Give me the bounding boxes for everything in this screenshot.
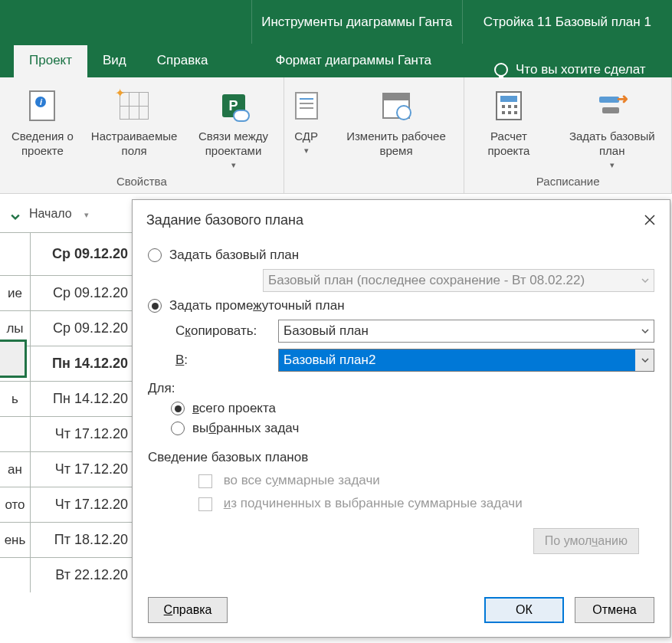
start-date-cell[interactable]: Чт 17.12.20 <box>31 451 133 487</box>
radio-whole-project[interactable] <box>171 402 185 415</box>
start-date-cell[interactable]: Чт 17.12.20 <box>31 487 133 522</box>
check-all-summary-label: во все суммарные задачи <box>224 473 380 487</box>
calculator-icon <box>496 91 522 120</box>
arrow-icon: ➜ <box>617 90 628 108</box>
project-info-label: Сведения о проекте <box>6 130 79 159</box>
table-row[interactable]: Чт 17.12.20 <box>0 416 133 451</box>
chevron-down-icon: ▾ <box>84 210 89 219</box>
custom-fields-label: Настраиваемые поля <box>91 130 178 159</box>
project-info-button[interactable]: Сведения о проекте <box>0 82 85 162</box>
check-all-summary <box>198 474 212 488</box>
check-from-subtasks <box>198 497 212 511</box>
ribbon-group-schedule-label: Расписание <box>464 175 671 190</box>
close-button[interactable] <box>638 208 662 232</box>
chevron-down-icon: ▾ <box>304 146 309 156</box>
tab-help[interactable]: Справка <box>142 45 224 77</box>
row-header-cell[interactable]: ан <box>0 451 31 487</box>
copy-into-label: В: <box>175 353 267 368</box>
baseline-combo-disabled: Базовый план (последнее сохранение - Вт … <box>263 269 654 292</box>
radio-selected-tasks-label: выбранных задач <box>192 421 299 436</box>
table-row[interactable]: иеСр 09.12.20 <box>0 275 133 310</box>
row-header-cell[interactable]: ь <box>0 381 31 416</box>
row-header-cell[interactable] <box>0 346 31 381</box>
radio-set-interim[interactable] <box>148 299 162 313</box>
for-label: Для: <box>148 381 654 396</box>
row-header-cell[interactable]: ень <box>0 522 31 557</box>
set-baseline-dialog: Задание базового плана Задать базовый пл… <box>132 199 670 638</box>
project-link-icon: P <box>222 94 245 117</box>
chevron-down-icon <box>635 349 654 371</box>
copy-into-combo[interactable]: Базовый план2 <box>278 349 654 372</box>
column-header-start[interactable]: Начало▾ <box>29 207 89 221</box>
close-icon <box>644 214 656 226</box>
table-row[interactable]: Ср 09.12.20 <box>0 232 133 275</box>
radio-set-interim-label: Задать промежуточный план <box>169 298 345 313</box>
wbs-button[interactable]: СДР ▾ <box>284 82 329 159</box>
links-between-projects-button[interactable]: P Связи между проектами ▾ <box>183 82 283 173</box>
custom-fields-icon <box>120 92 149 120</box>
calculate-label: Расчет проекта <box>470 130 546 159</box>
row-header-cell[interactable]: ие <box>0 275 31 310</box>
row-header-cell[interactable]: ото <box>0 487 31 522</box>
ok-button[interactable]: ОК <box>484 597 564 623</box>
row-header-cell[interactable]: лы <box>0 310 31 346</box>
copy-from-label: Скопировать: <box>175 323 267 339</box>
tab-view[interactable]: Вид <box>87 45 142 77</box>
tab-gantt-format[interactable]: Формат диаграммы Ганта <box>260 45 447 77</box>
calculate-project-button[interactable]: Расчет проекта <box>464 82 552 162</box>
change-working-time-button[interactable]: Изменить рабочее время <box>329 82 464 162</box>
filter-chevron-icon[interactable] <box>11 211 20 220</box>
defaults-button: По умолчанию <box>533 528 639 554</box>
rollup-group-label: Сведение базовых планов <box>148 450 654 465</box>
custom-fields-button[interactable]: Настраиваемые поля <box>85 82 184 162</box>
wbs-label: СДР <box>294 130 318 144</box>
table-row[interactable]: ьПн 14.12.20 <box>0 381 133 416</box>
baseline-icon: ➜ <box>598 93 627 118</box>
table-row[interactable]: Вт 22.12.20 <box>0 557 133 592</box>
table-row[interactable]: Пн 14.12.20 <box>0 346 133 381</box>
copy-from-combo[interactable]: Базовый план <box>278 320 654 343</box>
start-date-cell[interactable]: Пт 18.12.20 <box>31 522 133 557</box>
start-date-cell[interactable]: Пн 14.12.20 <box>31 381 133 416</box>
table-row[interactable]: еньПт 18.12.20 <box>0 522 133 557</box>
ribbon: Сведения о проекте Настраиваемые поля P … <box>0 77 672 194</box>
set-baseline-button[interactable]: ➜ Задать базовый план ▾ <box>552 82 671 173</box>
start-date-cell[interactable]: Ср 09.12.20 <box>31 310 133 346</box>
tell-me-label: Что вы хотите сделат <box>516 62 646 77</box>
check-from-subtasks-label: из подчиненных в выбранные суммарные зад… <box>224 496 523 510</box>
ribbon-group-properties-label: Свойства <box>0 175 284 190</box>
dialog-title: Задание базового плана <box>146 212 303 228</box>
radio-whole-project-label: всего проекта <box>192 401 276 416</box>
context-tab-gantt-tools: Инструменты диаграммы Ганта <box>251 0 462 44</box>
start-date-cell[interactable]: Ср 09.12.20 <box>31 275 133 310</box>
radio-set-baseline[interactable] <box>148 248 162 262</box>
info-doc-icon <box>29 90 55 121</box>
chevron-down-icon <box>635 320 654 342</box>
table-row[interactable]: анЧт 17.12.20 <box>0 451 133 487</box>
calendar-clock-icon <box>382 93 410 119</box>
window-title: Стройка 11 Базовый план 1 <box>462 0 673 44</box>
tab-project[interactable]: Проект <box>14 45 87 77</box>
chevron-down-icon: ▾ <box>610 160 615 171</box>
radio-set-baseline-label: Задать базовый план <box>169 248 299 263</box>
start-date-cell[interactable]: Пн 14.12.20 <box>31 346 133 381</box>
chevron-down-icon <box>635 270 654 291</box>
row-header-cell[interactable] <box>0 557 31 592</box>
table-row[interactable]: отоЧт 17.12.20 <box>0 487 133 522</box>
start-date-cell[interactable]: Вт 22.12.20 <box>31 557 133 592</box>
context-title-bar: Инструменты диаграммы Ганта Стройка 11 Б… <box>0 0 672 44</box>
start-date-cell[interactable]: Ср 09.12.20 <box>31 232 133 275</box>
table-row[interactable]: лыСр 09.12.20 <box>0 310 133 346</box>
cancel-button[interactable]: Отмена <box>575 597 654 623</box>
set-baseline-label: Задать базовый план <box>559 130 665 159</box>
chevron-down-icon: ▾ <box>231 160 236 171</box>
help-button[interactable]: Справка <box>148 597 228 623</box>
start-date-cell[interactable]: Чт 17.12.20 <box>31 416 133 451</box>
change-time-label: Изменить рабочее время <box>335 130 458 159</box>
tell-me-search[interactable]: Что вы хотите сделат <box>485 62 655 77</box>
wbs-icon <box>295 92 318 120</box>
row-header-cell[interactable] <box>0 416 31 451</box>
radio-selected-tasks[interactable] <box>171 422 185 435</box>
row-header-cell[interactable] <box>0 232 31 275</box>
links-label: Связи между проектами <box>189 130 277 159</box>
